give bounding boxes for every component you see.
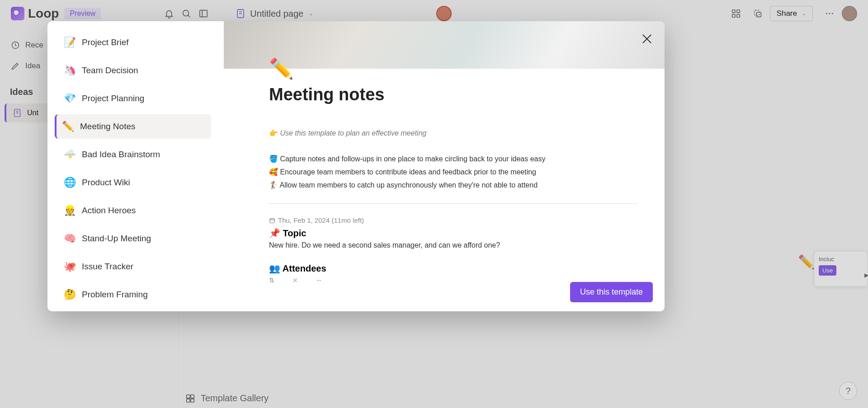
bullet-item: 🪣 Capture notes and follow-ups in one pl… — [269, 153, 637, 166]
template-emoji: ✏️ — [269, 57, 637, 80]
template-item-action-heroes[interactable]: 👷Action Heroes — [57, 198, 211, 223]
template-label: Team Decision — [82, 66, 138, 75]
template-item-product-wiki[interactable]: 🌐Product Wiki — [57, 170, 211, 195]
template-emoji-icon: 👷 — [64, 205, 75, 216]
close-icon[interactable] — [641, 33, 653, 45]
template-emoji-icon: ✏️ — [62, 121, 74, 132]
template-preview-pane: ✏️ Meeting notes 👉 Use this template to … — [224, 21, 665, 311]
template-emoji-icon: 🌐 — [64, 177, 75, 188]
template-hint: 👉 Use this template to plan an effective… — [269, 129, 637, 137]
template-list: 📝Project Brief🦄Team Decision💎Project Pla… — [47, 21, 224, 311]
template-emoji-icon: 💎 — [64, 93, 75, 104]
template-item-stand-up-meeting[interactable]: 🧠Stand-Up Meeting — [57, 226, 211, 251]
template-item-problem-framing[interactable]: 🤔Problem Framing — [57, 282, 211, 307]
topic-text: New hire. Do we need a second sales mana… — [269, 241, 637, 249]
template-emoji-icon: 🐙 — [64, 261, 75, 272]
template-item-issue-tracker[interactable]: 🐙Issue Tracker — [57, 254, 211, 279]
template-label: Project Brief — [82, 38, 128, 47]
meeting-date[interactable]: Thu, Feb 1, 2024 (11mo left) — [269, 216, 637, 224]
template-bullets: 🪣 Capture notes and follow-ups in one pl… — [269, 153, 637, 192]
attendees-heading: 👥 Attendees — [269, 263, 637, 274]
template-label: Product Wiki — [82, 178, 130, 188]
template-title: Meeting notes — [269, 85, 637, 104]
template-emoji-icon: 🌩️ — [64, 149, 75, 160]
template-label: Project Planning — [82, 94, 144, 103]
template-item-project-planning[interactable]: 💎Project Planning — [57, 86, 211, 111]
template-label: Problem Framing — [82, 290, 148, 300]
template-label: Bad Idea Brainstorm — [82, 150, 160, 159]
template-item-retrospective[interactable]: 📃Retrospective — [57, 310, 211, 311]
svg-rect-24 — [270, 219, 275, 223]
template-emoji-icon: 🦄 — [64, 65, 75, 76]
template-item-meeting-notes[interactable]: ✏️Meeting Notes — [55, 114, 211, 139]
use-this-template-button[interactable]: Use this template — [570, 282, 653, 302]
template-emoji-icon: 🧠 — [64, 233, 75, 244]
template-emoji-icon: 🤔 — [64, 289, 75, 300]
calendar-icon — [269, 217, 275, 224]
template-item-team-decision[interactable]: 🦄Team Decision — [57, 58, 211, 83]
template-item-bad-idea-brainstorm[interactable]: 🌩️Bad Idea Brainstorm — [57, 142, 211, 167]
template-label: Stand-Up Meeting — [82, 234, 151, 244]
template-picker-modal: 📝Project Brief🦄Team Decision💎Project Pla… — [47, 21, 665, 311]
divider — [269, 203, 637, 204]
template-emoji-icon: 📝 — [64, 37, 75, 48]
topic-heading: 📌 Topic — [269, 228, 637, 239]
template-label: Issue Tracker — [82, 262, 133, 272]
template-label: Meeting Notes — [80, 122, 136, 131]
bullet-item: 🥰 Encourage team members to contribute i… — [269, 166, 637, 179]
template-item-project-brief[interactable]: 📝Project Brief — [57, 30, 211, 55]
template-label: Action Heroes — [82, 206, 136, 216]
bullet-item: 🏌️ Allow team members to catch up asynch… — [269, 179, 637, 192]
